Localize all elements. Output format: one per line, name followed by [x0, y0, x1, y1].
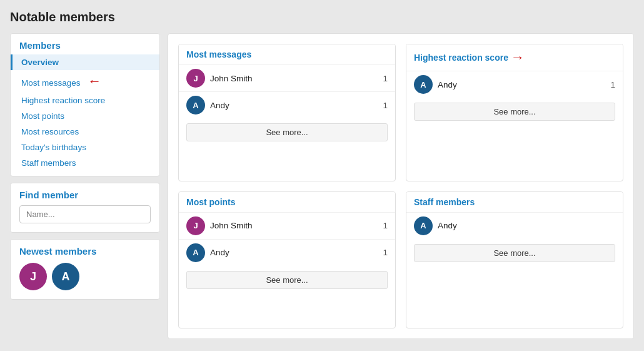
- avatar-a: A: [186, 96, 205, 114]
- avatar-j: J: [186, 216, 205, 235]
- sidebar-item-most-points[interactable]: Most points: [11, 108, 159, 124]
- most-points-panel: Most points J John Smith 1 A Andy 1 See …: [178, 191, 396, 329]
- table-row: A Andy: [406, 212, 623, 239]
- sidebar-item-most-messages[interactable]: Most messages ←: [11, 70, 159, 93]
- highest-reaction-header: Highest reaction score: [414, 53, 508, 63]
- members-section-title: Members: [11, 34, 159, 54]
- highest-reaction-arrow: →: [511, 49, 525, 66]
- most-messages-see-more[interactable]: See more...: [186, 123, 388, 141]
- staff-members-panel: Staff members A Andy See more...: [406, 191, 623, 329]
- avatar-j: J: [186, 69, 205, 88]
- find-member-input[interactable]: [19, 205, 151, 223]
- sidebar-item-highest-reaction[interactable]: Highest reaction score: [11, 93, 159, 108]
- nav-list: Overview Most messages ← Highest reactio…: [11, 54, 159, 176]
- sidebar: Members Overview Most messages ← Highest…: [10, 33, 160, 339]
- most-messages-arrow: ←: [88, 73, 101, 89]
- table-row: J John Smith 1: [179, 212, 395, 239]
- most-points-see-more[interactable]: See more...: [186, 271, 388, 289]
- table-row: J John Smith 1: [179, 64, 395, 91]
- newest-members-title: Newest members: [19, 246, 151, 257]
- most-points-header: Most points: [179, 192, 395, 212]
- newest-members-card: Newest members J A: [10, 239, 160, 300]
- sidebar-item-overview[interactable]: Overview: [11, 54, 159, 70]
- staff-see-more[interactable]: See more...: [414, 244, 615, 262]
- most-messages-panel: Most messages J John Smith 1 A Andy 1 Se…: [178, 44, 396, 181]
- newest-members-avatars: J A: [19, 263, 151, 290]
- avatar-andy[interactable]: A: [52, 263, 79, 290]
- member-count: 1: [383, 74, 388, 83]
- members-nav-card: Members Overview Most messages ← Highest…: [10, 33, 160, 176]
- member-name: Andy: [438, 221, 615, 230]
- highest-reaction-panel: Highest reaction score → A Andy 1 See mo…: [406, 44, 623, 181]
- table-row: A Andy 1: [406, 71, 623, 98]
- table-row: A Andy 1: [179, 239, 395, 266]
- avatar-a: A: [414, 216, 433, 235]
- avatar-john[interactable]: J: [19, 263, 47, 290]
- table-row: A Andy 1: [179, 91, 395, 118]
- highest-reaction-see-more[interactable]: See more...: [414, 103, 615, 121]
- avatar-a: A: [414, 75, 433, 94]
- member-count: 1: [383, 248, 388, 257]
- member-name: Andy: [210, 101, 383, 110]
- staff-members-header: Staff members: [406, 192, 623, 212]
- avatar-a: A: [186, 243, 205, 262]
- member-name: John Smith: [210, 74, 383, 83]
- sidebar-item-birthdays[interactable]: Today's birthdays: [11, 140, 159, 155]
- member-name: John Smith: [210, 221, 383, 230]
- find-member-title: Find member: [19, 190, 151, 200]
- member-name: Andy: [210, 248, 383, 257]
- main-content: Most messages J John Smith 1 A Andy 1 Se…: [168, 33, 634, 339]
- member-count: 1: [383, 101, 388, 110]
- find-member-card: Find member: [10, 183, 160, 233]
- page-title: Notable members: [10, 10, 634, 24]
- most-messages-header: Most messages: [179, 44, 395, 64]
- sidebar-item-staff[interactable]: Staff members: [11, 155, 159, 171]
- member-count: 1: [610, 80, 615, 89]
- member-name: Andy: [438, 80, 610, 89]
- sidebar-item-most-resources[interactable]: Most resources: [11, 124, 159, 140]
- member-count: 1: [383, 221, 388, 230]
